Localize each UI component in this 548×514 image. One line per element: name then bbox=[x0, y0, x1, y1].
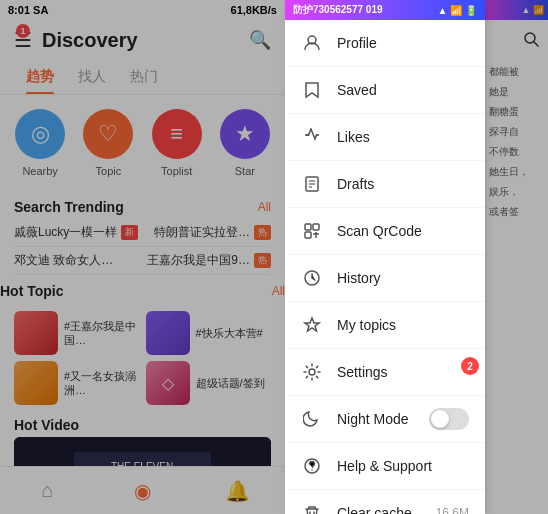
profile-icon bbox=[301, 32, 323, 54]
scan-qr-icon bbox=[301, 220, 323, 242]
svg-rect-9 bbox=[305, 224, 311, 230]
night-mode-icon bbox=[301, 408, 323, 430]
svg-point-13 bbox=[309, 369, 315, 375]
menu-item-night-mode[interactable]: Night Mode bbox=[285, 396, 485, 443]
menu-item-history[interactable]: History bbox=[285, 255, 485, 302]
drafts-icon bbox=[301, 173, 323, 195]
svg-rect-11 bbox=[305, 232, 311, 238]
settings-badge: 2 bbox=[461, 357, 479, 375]
menu-item-saved[interactable]: Saved bbox=[285, 67, 485, 114]
menu-item-clear-cache[interactable]: Clear cache 16,6M bbox=[285, 490, 485, 514]
likes-icon bbox=[301, 126, 323, 148]
menu-item-scan-qr[interactable]: Scan QrCode bbox=[285, 208, 485, 255]
menu-item-drafts[interactable]: Drafts bbox=[285, 161, 485, 208]
night-mode-toggle[interactable] bbox=[429, 408, 469, 430]
dropdown-menu: 防护730562577 019 ▲ 📶 🔋 Profile Saved Like… bbox=[285, 0, 485, 514]
help-support-icon bbox=[301, 455, 323, 477]
svg-rect-10 bbox=[313, 224, 319, 230]
menu-item-help-support[interactable]: Help & Support bbox=[285, 443, 485, 490]
my-topics-icon bbox=[301, 314, 323, 336]
dropdown-status-bar: 防护730562577 019 ▲ 📶 🔋 bbox=[285, 0, 485, 20]
menu-item-settings[interactable]: Settings 2 bbox=[285, 349, 485, 396]
clear-cache-icon bbox=[301, 502, 323, 514]
settings-icon bbox=[301, 361, 323, 383]
menu-item-my-topics[interactable]: My topics bbox=[285, 302, 485, 349]
saved-icon bbox=[301, 79, 323, 101]
menu-item-profile[interactable]: Profile bbox=[285, 20, 485, 67]
svg-point-15 bbox=[311, 469, 313, 471]
menu-item-likes[interactable]: Likes bbox=[285, 114, 485, 161]
history-icon bbox=[301, 267, 323, 289]
